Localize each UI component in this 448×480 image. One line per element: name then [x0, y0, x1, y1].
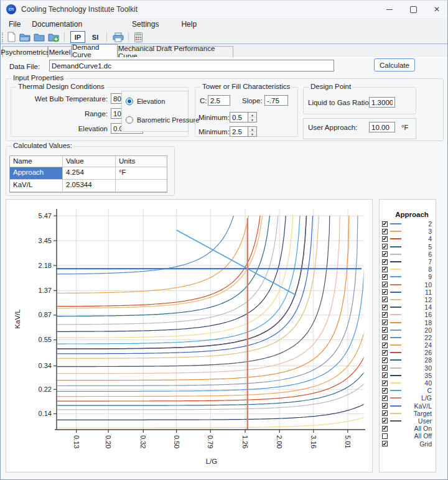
table-cell[interactable]: °F	[116, 167, 167, 180]
legend-checkbox[interactable]: ✔	[382, 372, 388, 378]
toolbar-separator	[128, 32, 129, 42]
ip-units-button[interactable]: IP	[70, 31, 85, 43]
legend-label: KaV/L	[401, 402, 432, 410]
add-file-button[interactable]	[48, 31, 60, 43]
legend-checkbox[interactable]: ✔	[382, 282, 388, 287]
legend-checkbox[interactable]: ✔	[382, 320, 388, 325]
tab-demand-curve[interactable]: Demand Curve	[72, 44, 118, 57]
legend-item-l-g: ✔L/G	[380, 394, 436, 402]
wet-bulb-label: Wet Bulb Temperature:	[13, 95, 108, 103]
minimum2-input[interactable]	[230, 126, 248, 137]
tab-merkel[interactable]: Merkel	[48, 46, 72, 57]
minimum1-label: Minimum:	[198, 114, 230, 121]
legend-label: 26	[401, 349, 432, 356]
legend-checkbox[interactable]: ✔	[382, 418, 388, 423]
legend-checkbox[interactable]: ✔	[382, 441, 388, 446]
legend-label: 4	[401, 235, 432, 242]
legend-line-swatch	[390, 261, 401, 262]
table-row[interactable]: KaV/L2.05344	[10, 180, 167, 192]
column-header[interactable]: Value	[63, 156, 116, 167]
legend-checkbox[interactable]: ✔	[382, 244, 388, 249]
table-cell[interactable]: 4.254	[63, 167, 116, 180]
legend-checkbox[interactable]: ✔	[382, 267, 388, 272]
table-cell[interactable]: Approach	[10, 167, 63, 180]
legend-checkbox[interactable]: ✔	[382, 251, 388, 257]
x-tick-label: 1.26	[241, 435, 249, 448]
legend-checkbox[interactable]: ✔	[382, 388, 388, 394]
calculated-values-title: Calculated Values:	[11, 142, 74, 149]
minimum1-stepper[interactable]: ▲▼	[248, 112, 257, 122]
demand-curve-9	[57, 200, 302, 344]
user-approach-input[interactable]	[369, 122, 395, 132]
demand-curve-12	[57, 200, 320, 358]
column-header[interactable]: Name	[10, 156, 63, 167]
y-tick-label: 0.87	[39, 311, 52, 318]
calculator-button[interactable]	[134, 31, 142, 43]
menu-settings[interactable]: Settings	[126, 19, 164, 30]
legend-line-swatch	[390, 269, 401, 270]
legend-item-35: ✔35	[380, 372, 436, 379]
legend-checkbox[interactable]: ✔	[382, 236, 388, 242]
legend-label: 9	[401, 273, 432, 280]
legend-label: All Off	[401, 432, 432, 440]
legend-checkbox[interactable]: ✔	[382, 358, 388, 363]
legend-item-all-off: All Off	[380, 432, 436, 440]
liquid-gas-ratio-input[interactable]	[369, 97, 395, 108]
calculate-button[interactable]: Calculate	[374, 58, 415, 72]
legend-checkbox[interactable]: ✔	[382, 259, 388, 265]
legend-line-swatch	[390, 344, 401, 346]
legend-checkbox[interactable]: ✔	[382, 343, 388, 348]
thermal-design-title: Thermal Design Conditions	[16, 83, 106, 90]
legend-checkbox[interactable]: ✔	[382, 365, 388, 371]
data-file-input[interactable]	[49, 60, 334, 72]
legend-checkbox[interactable]: ✔	[382, 395, 388, 401]
print-button[interactable]	[113, 31, 124, 43]
x-tick-label: 5.01	[344, 435, 352, 448]
table-row[interactable]: Approach4.254°F	[10, 167, 167, 180]
tab-psychrometrics[interactable]: Psychrometrics	[2, 46, 48, 57]
si-units-button[interactable]: SI	[88, 31, 102, 43]
tab-mechanical-draft[interactable]: Mechanical Draft Performance Curve	[118, 46, 233, 57]
legend-checkbox[interactable]: ✔	[382, 426, 388, 432]
legend-checkbox[interactable]: ✔	[382, 381, 388, 386]
spin-down-icon: ▼	[248, 118, 256, 122]
maximize-button[interactable]	[401, 1, 425, 18]
minimum2-stepper[interactable]: ▲▼	[248, 126, 257, 137]
table-cell[interactable]: KaV/L	[10, 180, 63, 192]
legend-checkbox[interactable]: ✔	[382, 403, 388, 408]
legend-checkbox[interactable]: ✔	[382, 410, 388, 416]
legend-checkbox[interactable]: ✔	[382, 305, 388, 310]
barometric-pressure-radio[interactable]: Barometric Pressure	[126, 116, 199, 124]
legend-checkbox[interactable]: ✔	[382, 221, 388, 227]
legend-checkbox[interactable]: ✔	[382, 229, 388, 234]
new-file-button[interactable]	[7, 31, 16, 43]
legend-label: 35	[401, 372, 432, 379]
minimize-button[interactable]	[378, 1, 401, 18]
liquid-gas-ratio-label: Liquid to Gas Ratio:	[308, 99, 371, 106]
table-cell[interactable]: 2.05344	[63, 180, 116, 192]
legend-checkbox[interactable]: ✔	[382, 327, 388, 333]
menu-help[interactable]: Help	[175, 19, 202, 30]
column-header[interactable]: Units	[116, 156, 167, 167]
legend-item-24: ✔24	[380, 341, 436, 349]
menu-file[interactable]: File	[3, 19, 26, 30]
minimum1-input[interactable]	[230, 112, 248, 122]
save-file-button[interactable]	[34, 31, 45, 43]
close-button[interactable]: ✕	[425, 1, 448, 18]
x-tick-label: 3.16	[310, 435, 317, 448]
legend-checkbox[interactable]: ✔	[382, 350, 388, 356]
legend-checkbox[interactable]: ✔	[382, 335, 388, 340]
legend-checkbox[interactable]	[382, 433, 388, 439]
legend-item-5: ✔5	[380, 243, 436, 251]
slope-input[interactable]	[264, 95, 288, 106]
elevation-radio[interactable]: Elevation	[126, 98, 165, 105]
menu-documentation[interactable]: Documentation	[26, 19, 88, 30]
open-file-button[interactable]	[19, 31, 30, 43]
legend-checkbox[interactable]: ✔	[382, 289, 388, 295]
legend-item-14: ✔14	[380, 303, 436, 311]
c-input[interactable]	[208, 95, 230, 106]
legend-checkbox[interactable]: ✔	[382, 297, 388, 302]
legend-checkbox[interactable]: ✔	[382, 274, 388, 280]
legend-checkbox[interactable]: ✔	[382, 312, 388, 318]
table-cell[interactable]	[116, 180, 167, 192]
